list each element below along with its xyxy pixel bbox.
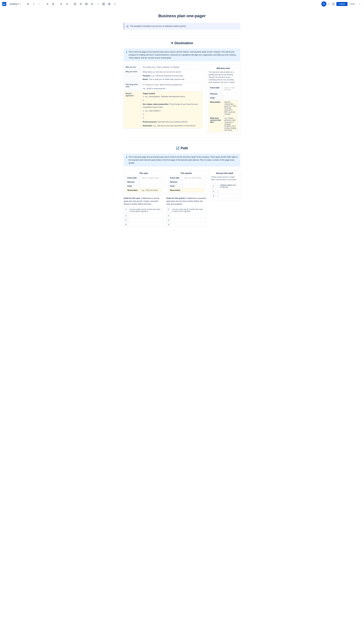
svg-rect-1 <box>47 3 49 3</box>
list-item: 2 <box>211 189 238 194</box>
bullet-list-icon <box>60 3 62 5</box>
discuss-content: Software defects are on the rise <box>216 183 238 189</box>
discuss-content <box>216 189 238 194</box>
discuss-week-box: Discuss this week If these issues result… <box>209 170 240 200</box>
quarter-goals-list: 1 List your rocks and @ mention the owne… <box>166 207 206 227</box>
midterm-future-date-header: Future date <box>209 86 223 92</box>
text-color-icon: A <box>52 2 54 5</box>
table-button[interactable] <box>101 2 106 6</box>
destination-icon: ✳ <box>171 41 173 45</box>
why-we-exist-content: What drives us, and who are we here to s… <box>141 69 203 82</box>
midterm-description: The long-term view provides us a guiding… <box>208 71 238 84</box>
svg-rect-23 <box>109 3 110 5</box>
link-button[interactable] <box>78 2 83 6</box>
list-item: 3 <box>211 194 238 198</box>
svg-point-6 <box>60 4 61 4</box>
list-content <box>128 222 163 227</box>
year-goals-label: Goals for this year: <box>124 197 140 199</box>
year-measurables-value: e.g., 5,500 new deals <box>140 188 161 192</box>
destination-info-icon: ℹ <box>126 51 127 53</box>
midterm-title: Mid-term view <box>208 67 238 69</box>
midterm-revenue-header: Revenue <box>209 92 223 96</box>
year-future-date-value: Type // to add the date <box>140 176 161 180</box>
who-we-are-header: Who we are <box>124 65 141 69</box>
share-button[interactable] <box>331 2 335 6</box>
midterm-profit-header: Profit <box>209 96 223 100</box>
quarter-revenue-value <box>183 180 204 184</box>
more-format-button[interactable]: ··· <box>37 2 42 6</box>
path-info-text: This is the back page of your business p… <box>129 156 238 164</box>
template-notice-text: This template is brought to you by Isos,… <box>130 25 186 27</box>
italic-button[interactable]: I <box>31 2 36 6</box>
toolbar: Heading 2 B I ··· A 1. @ ☺ + CK <box>0 0 364 8</box>
add-collaborator-button[interactable]: + <box>328 2 330 6</box>
action-button[interactable] <box>73 2 77 6</box>
toolbar-divider-1 <box>24 2 24 6</box>
list-item: 1 List your goals and @ mention the owne… <box>124 207 163 214</box>
discuss-item-row <box>217 191 237 193</box>
path-heading-text: Path <box>181 146 188 150</box>
list-item: 4 <box>166 222 206 227</box>
this-year-box: This year Future date Type // to add the… <box>124 170 163 195</box>
table-row: Profit <box>169 184 204 188</box>
list-content: List your goals and @ mention the owner … <box>128 207 163 214</box>
market-approach-header: Market approach <box>124 91 141 129</box>
quarter-future-date-header: Future date <box>169 176 183 180</box>
user-avatar[interactable]: CK <box>321 1 326 6</box>
table-row: Measurables Specific, measurable goals e… <box>209 100 238 116</box>
svg-point-4 <box>60 3 61 4</box>
svg-rect-17 <box>103 3 104 5</box>
discuss-checkbox[interactable] <box>217 195 219 197</box>
quarter-revenue-header: Revenue <box>169 180 183 184</box>
discuss-checkbox[interactable] <box>217 191 219 193</box>
publish-button[interactable]: Publish <box>337 2 347 6</box>
emoji-button[interactable]: ☺ <box>96 2 100 6</box>
discuss-week-col: Discuss this week If these issues result… <box>209 170 240 200</box>
discuss-week-description: If these issues result in a larger effor… <box>211 176 238 181</box>
more-insert-button[interactable]: + <box>113 2 117 6</box>
table-row: Market approach Target market: e.g., Dem… <box>124 91 203 129</box>
discuss-num: 2 <box>211 189 216 194</box>
discuss-item-row <box>217 195 237 197</box>
this-quarter-table: Future date Type // to add the date Reve… <box>168 176 204 192</box>
bullet-list-button[interactable] <box>59 2 64 6</box>
svg-rect-13 <box>67 4 68 5</box>
path-three-col: This year Future date Type // to add the… <box>124 170 240 227</box>
destination-info-box: ℹ This is the front page of your busines… <box>124 49 240 61</box>
midterm-table: Future date Type // to add the date Reve… <box>208 86 238 132</box>
svg-rect-22 <box>108 3 109 5</box>
this-year-title: This year <box>126 172 161 174</box>
mention-button[interactable]: @ <box>90 2 94 6</box>
table-row: Revenue <box>169 180 204 184</box>
text-color-button[interactable]: A <box>51 2 55 6</box>
heading-selector[interactable]: Heading 2 <box>8 2 22 6</box>
table-row: Revenue <box>126 180 161 184</box>
svg-rect-3 <box>47 4 49 5</box>
discuss-checkbox[interactable] <box>217 185 219 187</box>
bold-button[interactable]: B <box>26 2 30 6</box>
destination-heading: ✳ Destination <box>124 41 240 45</box>
path-icon: 🔃 <box>176 147 180 150</box>
action-icon <box>74 3 76 5</box>
year-profit-header: Profit <box>126 184 140 188</box>
year-goals-list: 1 List your goals and @ mention the owne… <box>124 207 163 227</box>
svg-rect-12 <box>67 4 68 4</box>
close-button[interactable]: Close <box>349 2 356 6</box>
numbered-list-button[interactable]: 1. <box>65 2 69 6</box>
list-num: 3 <box>166 218 171 222</box>
this-quarter-col: This quarter Future date Type // to add … <box>166 170 206 227</box>
quarter-profit-value <box>183 184 204 188</box>
overflow-menu-button[interactable]: ··· <box>357 2 362 6</box>
midterm-profit-value <box>223 96 238 100</box>
svg-rect-0 <box>2 2 6 6</box>
list-content <box>128 218 163 222</box>
midterm-future-date-value: Type // to add the date <box>223 86 238 92</box>
discuss-num: 1 <box>211 183 216 189</box>
media-button[interactable] <box>84 2 89 6</box>
list-content: List your rocks and @ mention the owner … <box>171 207 206 214</box>
layout-button[interactable] <box>107 2 111 6</box>
list-num: 1 <box>166 207 171 214</box>
align-button[interactable] <box>45 2 50 6</box>
market-approach-content: Target market: e.g., Demographic: Softwa… <box>141 91 203 129</box>
path-heading: 🔃 Path <box>124 146 240 150</box>
